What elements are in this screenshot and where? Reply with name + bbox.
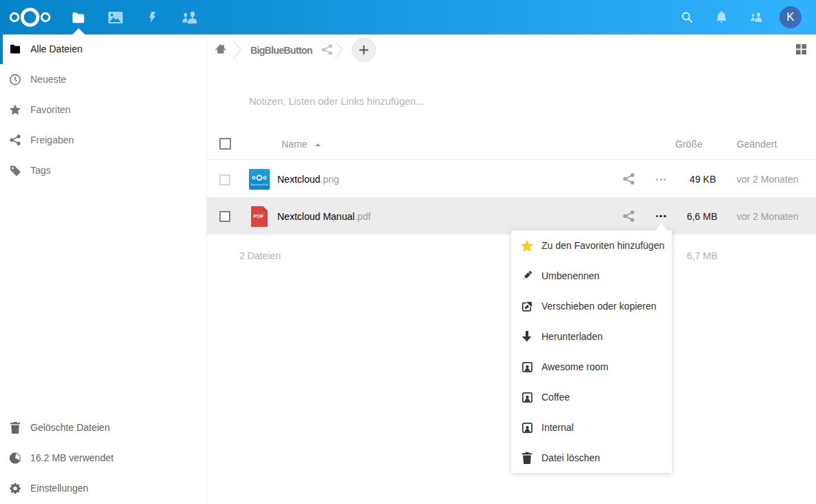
svg-text:Nextcloud Hub: Nextcloud Hub <box>250 183 268 186</box>
svg-text:PDF: PDF <box>254 213 264 219</box>
